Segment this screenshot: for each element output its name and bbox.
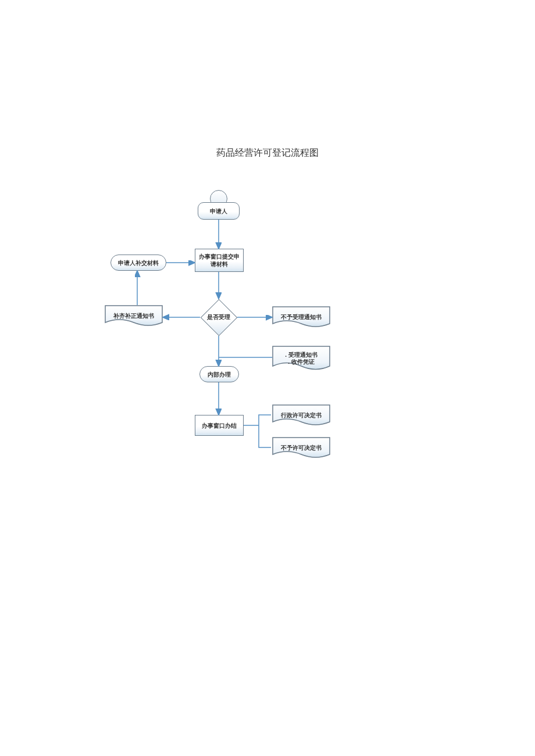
node-internal: 内部办理 [199, 366, 239, 382]
node-submit: 办事窗口提交申请材料 [195, 249, 244, 272]
node-reject-notice: 不予受理通知书 [272, 306, 330, 328]
label-internal: 内部办理 [208, 371, 231, 378]
label-applicant: 申请人 [210, 207, 227, 215]
flowchart-canvas: 申请人 办事窗口提交申请材料 申请人补交材料 补齐补正通知书 是否受理 不予受理… [81, 186, 454, 535]
node-resupply: 申请人补交材料 [110, 255, 166, 271]
label-correction-notice: 补齐补正通知书 [113, 313, 154, 320]
node-applicant: 申请人 [198, 202, 240, 220]
label-resupply: 申请人补交材料 [118, 259, 159, 267]
diagram-title: 药品经营许可登记流程图 [0, 147, 535, 159]
label-reject-notice: 不予受理通知书 [281, 314, 322, 321]
label-submit: 办事窗口提交申请材料 [198, 253, 241, 268]
label-permit: 行政许可决定书 [281, 412, 322, 419]
label-deny: 不予许可决定书 [281, 445, 322, 452]
label-accept-notice: . 受理通知书 . 收件凭证 [285, 352, 318, 366]
label-conclude: 办事窗口办结 [202, 422, 237, 429]
label-accept-decision: 是否受理 [207, 313, 230, 321]
node-accept-notice: . 受理通知书 . 收件凭证 [272, 346, 330, 371]
node-conclude: 办事窗口办结 [195, 415, 244, 436]
node-correction-notice: 补齐补正通知书 [105, 305, 163, 327]
connectors [81, 186, 454, 535]
node-permit: 行政许可决定书 [272, 404, 330, 427]
node-accept-decision: 是否受理 [200, 299, 237, 336]
node-deny: 不予许可决定书 [272, 437, 330, 459]
